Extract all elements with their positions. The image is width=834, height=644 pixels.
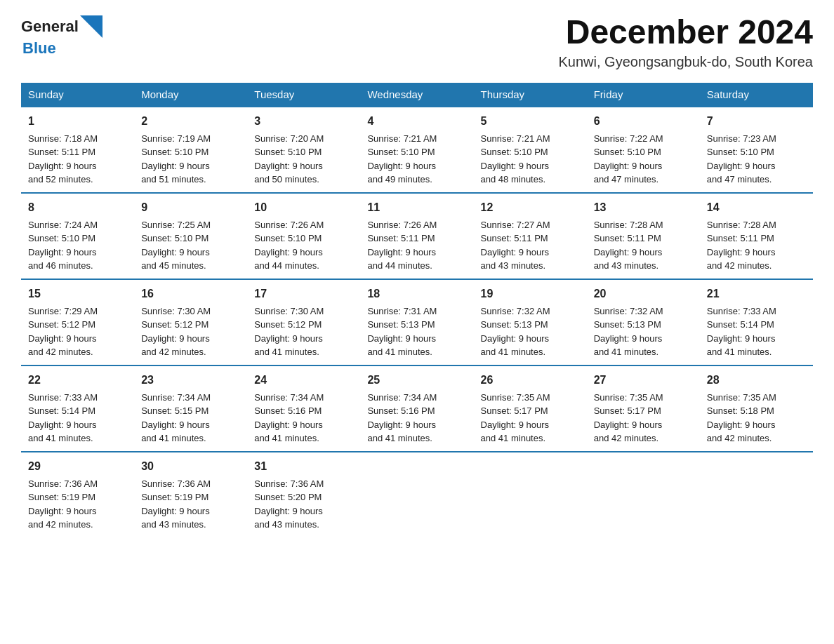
daylight-label: Daylight: 9 hours [141,247,210,257]
daylight-minutes: and 41 minutes. [481,433,546,443]
daylight-label: Daylight: 9 hours [594,333,663,344]
calendar-week-row: 29 Sunrise: 7:36 AM Sunset: 5:19 PM Dayl… [21,452,813,537]
sunrise-label: Sunrise: 7:25 AM [141,220,211,230]
daylight-minutes: and 51 minutes. [141,174,206,185]
table-row: 3 Sunrise: 7:20 AM Sunset: 5:10 PM Dayli… [247,107,360,193]
table-row: 29 Sunrise: 7:36 AM Sunset: 5:19 PM Dayl… [21,452,134,537]
daylight-label: Daylight: 9 hours [707,247,776,257]
table-row: 22 Sunrise: 7:33 AM Sunset: 5:14 PM Dayl… [21,365,134,452]
header-sunday: Sunday [21,83,134,107]
sunrise-label: Sunrise: 7:21 AM [367,133,437,144]
daylight-minutes: and 43 minutes. [594,260,659,271]
sunrise-label: Sunrise: 7:19 AM [141,133,211,144]
svg-marker-0 [80,15,102,38]
table-row: 4 Sunrise: 7:21 AM Sunset: 5:10 PM Dayli… [360,107,473,193]
logo-triangle-icon [79,14,104,39]
daylight-label: Daylight: 9 hours [254,333,323,344]
sunset-label: Sunset: 5:10 PM [254,233,322,243]
table-row: 6 Sunrise: 7:22 AM Sunset: 5:10 PM Dayli… [587,107,700,193]
weekday-header-row: Sunday Monday Tuesday Wednesday Thursday… [21,83,813,107]
daylight-minutes: and 41 minutes. [254,433,319,443]
daylight-label: Daylight: 9 hours [707,333,776,344]
month-title: December 2024 [559,14,813,51]
table-row: 10 Sunrise: 7:26 AM Sunset: 5:10 PM Dayl… [247,193,360,279]
table-row: 11 Sunrise: 7:26 AM Sunset: 5:11 PM Dayl… [360,193,473,279]
day-number: 25 [367,372,466,389]
sunrise-label: Sunrise: 7:36 AM [28,478,98,489]
sunrise-label: Sunrise: 7:32 AM [594,306,663,316]
header-wednesday: Wednesday [360,83,473,107]
sunset-label: Sunset: 5:17 PM [481,405,548,416]
daylight-minutes: and 41 minutes. [481,347,546,357]
sunrise-label: Sunrise: 7:28 AM [707,220,776,230]
header-saturday: Saturday [700,83,813,107]
table-row: 19 Sunrise: 7:32 AM Sunset: 5:13 PM Dayl… [474,279,587,365]
daylight-minutes: and 42 minutes. [28,519,93,530]
daylight-minutes: and 47 minutes. [707,174,772,185]
day-number: 15 [28,286,127,302]
daylight-label: Daylight: 9 hours [28,247,97,257]
calendar-week-row: 15 Sunrise: 7:29 AM Sunset: 5:12 PM Dayl… [21,279,813,365]
sunset-label: Sunset: 5:12 PM [141,319,208,330]
table-row: 5 Sunrise: 7:21 AM Sunset: 5:10 PM Dayli… [474,107,587,193]
daylight-label: Daylight: 9 hours [367,420,436,430]
daylight-minutes: and 44 minutes. [367,260,432,271]
day-number: 16 [141,286,240,302]
daylight-label: Daylight: 9 hours [481,333,550,344]
sunrise-label: Sunrise: 7:32 AM [481,306,550,316]
sunset-label: Sunset: 5:11 PM [367,233,435,243]
daylight-label: Daylight: 9 hours [141,420,210,430]
daylight-minutes: and 44 minutes. [254,260,319,271]
table-row: 24 Sunrise: 7:34 AM Sunset: 5:16 PM Dayl… [247,365,360,452]
day-number: 20 [594,286,693,302]
table-row: 18 Sunrise: 7:31 AM Sunset: 5:13 PM Dayl… [360,279,473,365]
table-row: 20 Sunrise: 7:32 AM Sunset: 5:13 PM Dayl… [587,279,700,365]
logo-general: General [21,19,79,34]
daylight-label: Daylight: 9 hours [141,506,210,516]
daylight-minutes: and 41 minutes. [28,433,93,443]
daylight-label: Daylight: 9 hours [254,420,323,430]
sunset-label: Sunset: 5:15 PM [141,405,208,416]
sunrise-label: Sunrise: 7:35 AM [594,392,663,403]
table-row: 25 Sunrise: 7:34 AM Sunset: 5:16 PM Dayl… [360,365,473,452]
table-row: 17 Sunrise: 7:30 AM Sunset: 5:12 PM Dayl… [247,279,360,365]
sunrise-label: Sunrise: 7:35 AM [481,392,550,403]
daylight-minutes: and 41 minutes. [707,347,772,357]
day-number: 30 [141,458,240,475]
sunset-label: Sunset: 5:19 PM [28,492,95,502]
day-number: 9 [141,199,240,216]
logo: General Blue [21,14,104,58]
daylight-minutes: and 47 minutes. [594,174,659,185]
table-row: 26 Sunrise: 7:35 AM Sunset: 5:17 PM Dayl… [474,365,587,452]
table-row: 13 Sunrise: 7:28 AM Sunset: 5:11 PM Dayl… [587,193,700,279]
table-row: 2 Sunrise: 7:19 AM Sunset: 5:10 PM Dayli… [134,107,247,193]
daylight-label: Daylight: 9 hours [481,247,550,257]
daylight-label: Daylight: 9 hours [28,161,97,171]
sunrise-label: Sunrise: 7:28 AM [594,220,663,230]
table-row: 23 Sunrise: 7:34 AM Sunset: 5:15 PM Dayl… [134,365,247,452]
sunrise-label: Sunrise: 7:36 AM [141,478,211,489]
day-number: 5 [481,113,580,130]
sunrise-label: Sunrise: 7:21 AM [481,133,550,144]
sunset-label: Sunset: 5:10 PM [481,147,548,157]
sunrise-label: Sunrise: 7:34 AM [367,392,437,403]
day-number: 10 [254,199,353,216]
daylight-label: Daylight: 9 hours [594,247,663,257]
day-number: 24 [254,372,353,389]
sunrise-label: Sunrise: 7:27 AM [481,220,550,230]
sunset-label: Sunset: 5:13 PM [481,319,548,330]
day-number: 12 [481,199,580,216]
daylight-minutes: and 52 minutes. [28,174,93,185]
daylight-label: Daylight: 9 hours [254,161,323,171]
daylight-minutes: and 50 minutes. [254,174,319,185]
sunset-label: Sunset: 5:17 PM [594,405,661,416]
daylight-minutes: and 41 minutes. [367,347,432,357]
sunset-label: Sunset: 5:10 PM [28,233,95,243]
table-row: 28 Sunrise: 7:35 AM Sunset: 5:18 PM Dayl… [700,365,813,452]
daylight-label: Daylight: 9 hours [481,161,550,171]
daylight-label: Daylight: 9 hours [28,420,97,430]
daylight-minutes: and 41 minutes. [594,347,659,357]
table-row: 14 Sunrise: 7:28 AM Sunset: 5:11 PM Dayl… [700,193,813,279]
day-number: 23 [141,372,240,389]
sunset-label: Sunset: 5:16 PM [367,405,435,416]
